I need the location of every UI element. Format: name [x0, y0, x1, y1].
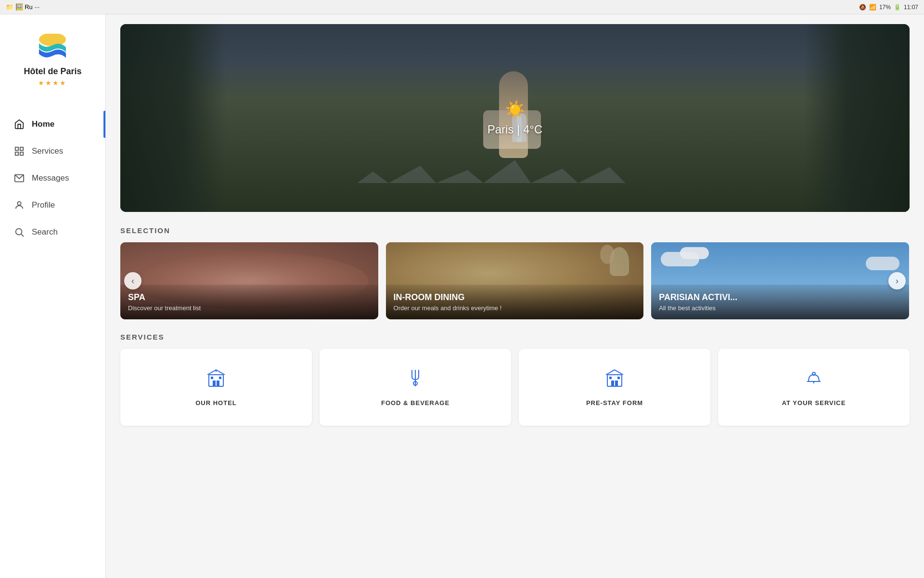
svg-rect-4	[20, 152, 23, 155]
dining-card-title: IN-ROOM DINING	[394, 292, 636, 302]
selection-card-activities[interactable]: PARISIAN ACTIVI... All the best activiti…	[651, 242, 909, 319]
sidebar-item-home[interactable]: Home	[0, 111, 105, 138]
services-grid: OUR HOTEL FOOD & BEVERAGE	[120, 349, 910, 426]
service-card-at-your-service[interactable]: AT YOUR SERVICE	[718, 349, 910, 426]
selection-section-title: SELECTION	[120, 226, 910, 235]
svg-rect-20	[609, 377, 612, 379]
service-card-pre-stay-form[interactable]: PRE-STAY FORM	[519, 349, 710, 426]
service-card-our-hotel[interactable]: OUR HOTEL	[120, 349, 312, 426]
sidebar-item-label-search: Search	[32, 227, 58, 237]
svg-rect-2	[20, 147, 23, 150]
food-beverage-icon	[405, 368, 425, 393]
status-bar-app-icons: 📁 🖼️ Ru ···	[6, 3, 39, 11]
main-content: ☀️ Paris | 4°C SELECTION ‹ SPA Disco	[106, 0, 924, 578]
time-label: 11:07	[904, 4, 918, 11]
weather-widget: ☀️ Paris | 4°C	[488, 100, 543, 136]
spa-card-title: SPA	[128, 292, 371, 302]
sidebar-item-label-services: Services	[32, 146, 63, 156]
dining-card-overlay: IN-ROOM DINING Order our meals and drink…	[386, 285, 644, 319]
mail-icon	[13, 172, 25, 184]
spa-card-subtitle: Discover our treatment list	[128, 304, 371, 312]
selection-card-spa[interactable]: SPA Discover our treatment list	[120, 242, 378, 319]
svg-rect-17	[607, 375, 622, 386]
svg-line-8	[21, 234, 24, 236]
sidebar-item-services[interactable]: Services	[0, 138, 105, 165]
weather-label: Paris | 4°C	[488, 123, 543, 136]
svg-rect-18	[611, 381, 614, 386]
hero-banner: ☀️ Paris | 4°C	[120, 24, 910, 212]
svg-rect-10	[213, 381, 216, 386]
at-your-service-icon	[804, 368, 824, 393]
battery-label: 17%	[879, 4, 891, 11]
logo-area: Hôtel de Paris ★★★★	[24, 34, 81, 87]
spa-card-overlay: SPA Discover our treatment list	[120, 285, 378, 319]
svg-point-22	[812, 372, 815, 375]
selection-carousel: ‹ SPA Discover our treatment list	[120, 242, 910, 319]
hotel-name: Hôtel de Paris	[24, 66, 81, 77]
sidebar-item-label-home: Home	[32, 119, 54, 129]
svg-rect-19	[615, 381, 618, 386]
pre-stay-form-icon	[604, 368, 625, 393]
svg-point-0	[39, 34, 66, 46]
sidebar-item-messages[interactable]: Messages	[0, 165, 105, 192]
search-icon	[13, 226, 25, 238]
grid-icon	[13, 145, 25, 157]
carousel-next-button[interactable]: ›	[888, 272, 906, 289]
activities-card-title: PARISIAN ACTIVI...	[659, 292, 901, 302]
sidebar: Hôtel de Paris ★★★★ Home	[0, 0, 106, 578]
at-your-service-label: AT YOUR SERVICE	[782, 399, 846, 407]
svg-rect-9	[209, 375, 223, 386]
sidebar-item-profile[interactable]: Profile	[0, 192, 105, 219]
dining-card-subtitle: Order our meals and drinks everytime !	[394, 304, 636, 312]
activities-card-subtitle: All the best activities	[659, 304, 901, 312]
battery-icon: 🔋	[894, 4, 901, 11]
food-beverage-label: FOOD & BEVERAGE	[381, 399, 449, 407]
nav-menu: Home Services Messages	[0, 111, 105, 246]
sidebar-item-label-messages: Messages	[32, 173, 69, 183]
services-section-title: SERVICES	[120, 333, 910, 341]
hotel-stars: ★★★★	[38, 79, 67, 87]
svg-rect-3	[15, 152, 18, 155]
status-bar-left: 📁 🖼️ Ru ···	[6, 3, 39, 11]
our-hotel-label: OUR HOTEL	[195, 399, 237, 407]
our-hotel-icon	[206, 368, 226, 393]
status-bar-right: 🔕 📶 17% 🔋 11:07	[859, 4, 918, 11]
signal-icon: 📶	[869, 4, 876, 11]
svg-rect-21	[617, 377, 620, 379]
services-section: SERVICES OU	[120, 333, 910, 426]
svg-rect-11	[217, 381, 219, 386]
pre-stay-form-label: PRE-STAY FORM	[586, 399, 643, 407]
content-inner: ☀️ Paris | 4°C SELECTION ‹ SPA Disco	[106, 14, 924, 445]
activities-card-overlay: PARISIAN ACTIVI... All the best activiti…	[651, 285, 909, 319]
home-icon	[13, 118, 25, 130]
svg-rect-1	[15, 147, 18, 150]
service-card-food-beverage[interactable]: FOOD & BEVERAGE	[320, 349, 511, 426]
sidebar-item-label-profile: Profile	[32, 200, 55, 210]
svg-rect-13	[219, 377, 221, 379]
mute-icon: 🔕	[859, 4, 866, 11]
weather-sun-icon: ☀️	[488, 100, 543, 119]
svg-rect-12	[211, 377, 213, 379]
svg-point-6	[17, 201, 21, 205]
status-bar: 📁 🖼️ Ru ··· 🔕 📶 17% 🔋 11:07	[0, 0, 924, 14]
hotel-logo	[33, 34, 72, 63]
person-icon	[13, 199, 25, 211]
carousel-prev-button[interactable]: ‹	[124, 272, 141, 289]
sidebar-item-search[interactable]: Search	[0, 219, 105, 246]
selection-card-dining[interactable]: IN-ROOM DINING Order our meals and drink…	[386, 242, 644, 319]
svg-point-7	[16, 228, 22, 235]
carousel-track: SPA Discover our treatment list IN-ROOM	[120, 242, 910, 319]
